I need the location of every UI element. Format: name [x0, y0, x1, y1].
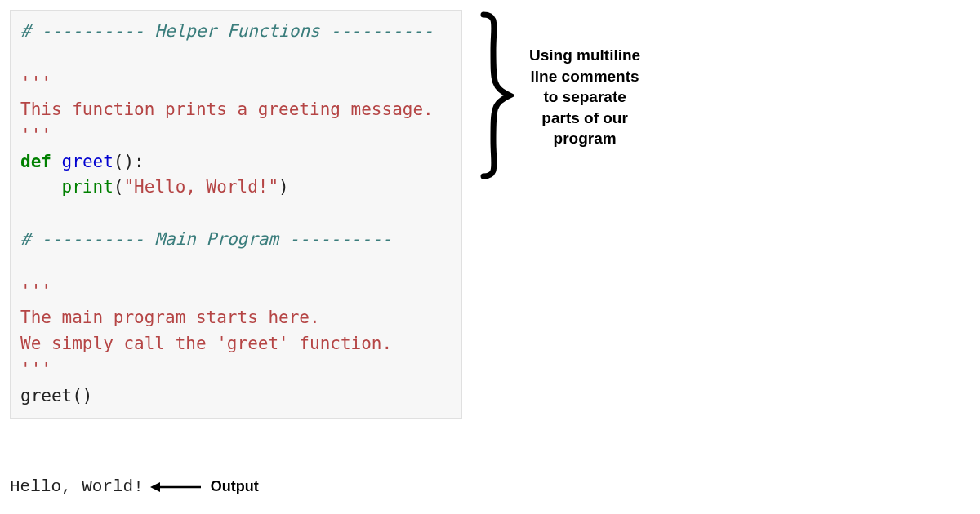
curly-brace-icon	[474, 10, 514, 184]
docstring-body-2b: We simply call the 'greet' function.	[20, 334, 392, 353]
def-parens: ():	[114, 152, 145, 171]
function-name-def: greet	[62, 152, 114, 171]
function-call: greet()	[20, 386, 93, 405]
arrow-left-icon	[150, 481, 203, 494]
code-block: # ---------- Helper Functions ----------…	[10, 10, 462, 419]
output-text: Hello, World!	[10, 477, 144, 496]
svg-marker-1	[150, 482, 160, 492]
def-keyword: def	[20, 152, 51, 171]
string-literal: "Hello, World!"	[123, 177, 278, 197]
docstring-body-1: This function prints a greeting message.	[20, 100, 434, 119]
docstring-close-2: '''	[20, 360, 51, 379]
output-label: Output	[211, 478, 259, 495]
docstring-open-1: '''	[20, 73, 51, 93]
docstring-body-2a: The main program starts here.	[20, 308, 320, 327]
docstring-open-2: '''	[20, 281, 51, 301]
annotation-callout: Using multiline line comments to separat…	[474, 10, 640, 184]
output-area: Hello, World! Output	[10, 477, 259, 496]
section-header-helpers: # ---------- Helper Functions ----------	[20, 21, 434, 41]
docstring-close-1: '''	[20, 126, 51, 145]
print-builtin: print	[62, 177, 114, 197]
annotation-text: Using multiline line comments to separat…	[529, 45, 640, 149]
section-header-main: # ---------- Main Program ----------	[20, 229, 392, 249]
